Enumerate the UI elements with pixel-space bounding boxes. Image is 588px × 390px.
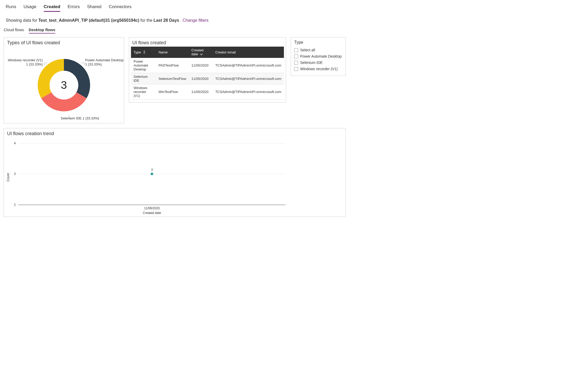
y-axis-label: Count <box>6 173 10 182</box>
cell-name: WinTestFlow <box>156 84 189 100</box>
subtab-desktop-flows[interactable]: Desktop flows <box>29 28 56 34</box>
table-row[interactable]: Power Automate Desktop PADTestFlow 11/05… <box>131 58 284 73</box>
donut-label-pad-name: Power Automate Desktop <box>85 58 124 62</box>
checkbox-icon[interactable] <box>294 48 298 52</box>
subtab-cloud-flows[interactable]: Cloud flows <box>4 28 24 34</box>
cell-name: PADTestFlow <box>156 58 189 73</box>
filter-summary: Showing data for Test_test_AdminAPI_TIP … <box>3 12 585 28</box>
trend-panel: UI flows creation trend 4 3 2 Count 3 11… <box>4 128 346 217</box>
table-row[interactable]: Selenium IDE SeleniumTestFlow 11/05/2020… <box>131 73 284 84</box>
donut-label-pad-value: 1 (33.33%) <box>85 62 124 67</box>
col-name-label: Name <box>158 50 168 54</box>
col-name[interactable]: Name <box>156 47 189 58</box>
sub-tabs: Cloud flows Desktop flows <box>3 28 585 34</box>
table-title: UI flows created <box>129 37 286 47</box>
flows-table[interactable]: Type Name Created date <box>131 47 284 100</box>
cell-type: Windows recorder (V1) <box>131 84 156 100</box>
table-panel: UI flows created Type Name Created date <box>129 37 286 102</box>
checkbox-icon[interactable] <box>294 67 298 71</box>
chevron-down-icon <box>200 52 203 56</box>
trend-point[interactable] <box>151 173 153 175</box>
y-tick-3: 3 <box>14 172 16 176</box>
filter-suffix: . <box>180 18 183 23</box>
filter-period: Last 28 Days <box>153 18 179 23</box>
type-option-select-all[interactable]: Select all <box>294 47 342 53</box>
donut-chart[interactable]: 3 Power Automate Desktop 1 (33.33%) Wind… <box>4 47 124 123</box>
type-option-label: Windows recorder (V1) <box>300 67 338 71</box>
trend-chart[interactable]: 4 3 2 Count 3 11/06/2020 Created date <box>4 138 289 217</box>
tab-shared[interactable]: Shared <box>87 4 101 12</box>
cell-creator: TCSAdmin@TIPAdminAPI.onmicrosoft.com <box>213 84 284 100</box>
cell-type: Selenium IDE <box>131 73 156 84</box>
col-creator[interactable]: Creator email <box>213 47 284 58</box>
x-tick: 11/06/2020 <box>144 206 160 210</box>
table-row[interactable]: Windows recorder (V1) WinTestFlow 11/05/… <box>131 84 284 100</box>
donut-title: Types of UI flows created <box>4 37 124 47</box>
donut-panel: Types of UI flows created 3 Power Automa… <box>4 37 124 123</box>
type-option-label: Selenium IDE <box>300 61 323 65</box>
main-tabs: Runs Usage Created Errors Shared Connect… <box>3 3 585 12</box>
type-option-winrec[interactable]: Windows recorder (V1) <box>294 66 342 72</box>
col-type-label: Type <box>134 50 141 54</box>
donut-label-winrec-value: 1 (33.33%) <box>8 62 43 67</box>
tab-usage[interactable]: Usage <box>24 4 36 12</box>
cell-creator: TCSAdmin@TIPAdminAPI.onmicrosoft.com <box>213 58 284 73</box>
y-tick-4: 4 <box>14 141 16 145</box>
cell-name: SeleniumTestFlow <box>156 73 189 84</box>
x-axis-label: Created date <box>143 211 161 215</box>
filter-mid: for the <box>140 18 153 23</box>
donut-label-winrec-name: Windows recorder (V1) <box>8 58 43 62</box>
y-tick-2: 2 <box>14 203 16 207</box>
cell-type: Power Automate Desktop <box>131 58 156 73</box>
type-filter-panel: Type Select all Power Automate Desktop S… <box>291 37 346 76</box>
col-type[interactable]: Type <box>131 47 156 58</box>
type-filter-title: Type <box>294 40 342 47</box>
col-creator-label: Creator email <box>215 50 236 54</box>
trend-point-label: 3 <box>151 168 153 172</box>
filter-environment: Test_test_AdminAPI_TIP (default)31 (org5… <box>39 18 139 23</box>
tab-connectors[interactable]: Connectors <box>109 4 131 12</box>
cell-created: 11/05/2020 <box>189 73 213 84</box>
type-option-pad[interactable]: Power Automate Desktop <box>294 53 342 59</box>
tab-errors[interactable]: Errors <box>68 4 80 12</box>
sort-both-icon <box>143 51 146 54</box>
type-option-selenium[interactable]: Selenium IDE <box>294 59 342 66</box>
cell-creator: TCSAdmin@TIPAdminAPI.onmicrosoft.com <box>213 73 284 84</box>
change-filters-link[interactable]: Change filters <box>183 18 208 23</box>
donut-label-selenium: Selenium IDE 1 (33.33%) <box>61 116 99 120</box>
type-option-label: Select all <box>300 48 315 52</box>
col-created[interactable]: Created date <box>189 47 213 58</box>
tab-created[interactable]: Created <box>44 4 60 12</box>
checkbox-icon[interactable] <box>294 61 298 65</box>
filter-prefix: Showing data for <box>6 18 39 23</box>
trend-title: UI flows creation trend <box>4 128 345 138</box>
tab-runs[interactable]: Runs <box>6 4 16 12</box>
cell-created: 11/05/2020 <box>189 58 213 73</box>
checkbox-icon[interactable] <box>294 54 298 58</box>
type-option-label: Power Automate Desktop <box>300 54 342 58</box>
cell-created: 11/05/2020 <box>189 84 213 100</box>
donut-label-pad: Power Automate Desktop 1 (33.33%) <box>85 58 124 66</box>
donut-label-winrec: Windows recorder (V1) 1 (33.33%) <box>8 58 43 66</box>
